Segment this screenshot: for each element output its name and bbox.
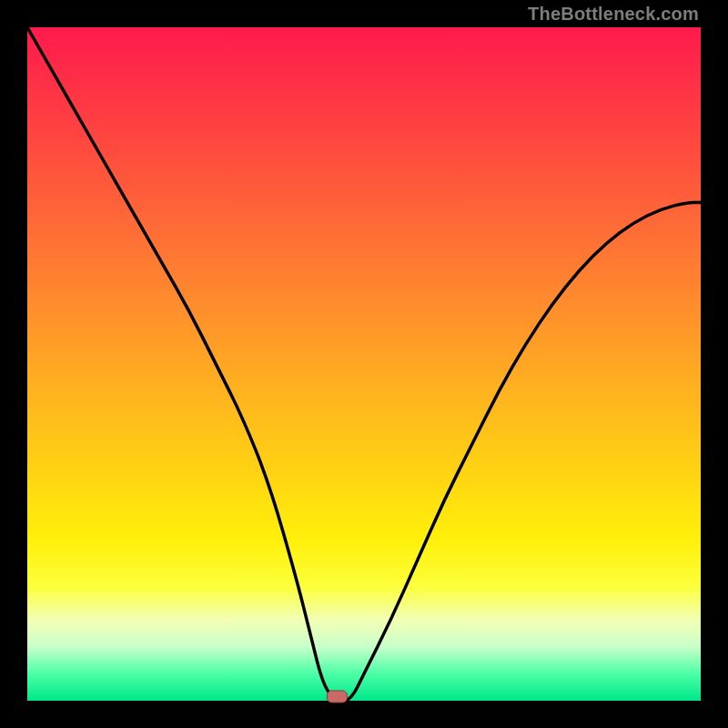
chart-frame: TheBottleneck.com [0,0,728,728]
plot-svg [27,27,701,701]
watermark-text: TheBottleneck.com [528,4,699,25]
plot-area [27,27,701,701]
optimal-point-marker [327,691,347,703]
bottleneck-curve [27,27,701,701]
